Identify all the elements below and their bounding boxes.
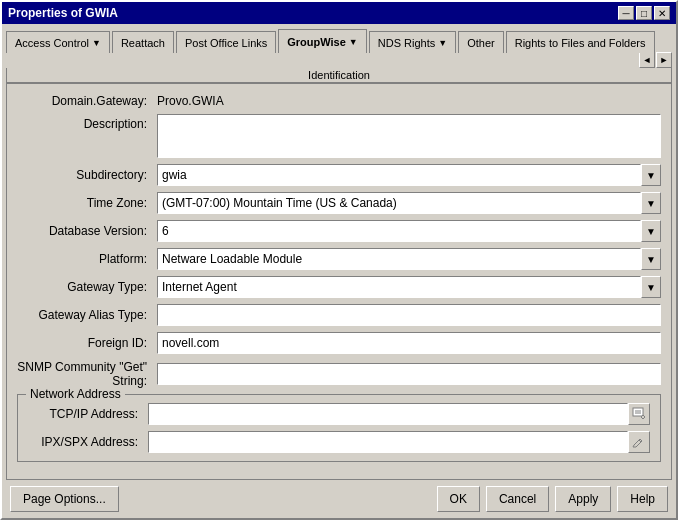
- snmp-row: SNMP Community "Get" String:: [17, 360, 661, 388]
- svg-rect-0: [633, 408, 643, 416]
- title-bar: Properties of GWIA ─ □ ✕: [2, 2, 676, 24]
- tab-nav-buttons: ◄ ►: [639, 52, 672, 68]
- tab-access-control-label: Access Control: [15, 37, 89, 49]
- snmp-input[interactable]: [157, 363, 661, 385]
- tab-post-office-links[interactable]: Post Office Links: [176, 31, 276, 53]
- active-tab-subtitle-text: Identification: [308, 69, 370, 81]
- bottom-bar: Page Options... OK Cancel Apply Help: [2, 480, 676, 518]
- ok-button[interactable]: OK: [437, 486, 480, 512]
- gateway-alias-label: Gateway Alias Type:: [17, 308, 157, 322]
- tab-other-label: Other: [467, 37, 495, 49]
- cancel-button[interactable]: Cancel: [486, 486, 549, 512]
- platform-wrapper: ▼: [157, 248, 661, 270]
- timezone-dropdown-btn[interactable]: ▼: [641, 192, 661, 214]
- minimize-button[interactable]: ─: [618, 6, 634, 20]
- ipx-edit-button[interactable]: [628, 431, 650, 453]
- tab-reattach-label: Reattach: [121, 37, 165, 49]
- close-button[interactable]: ✕: [654, 6, 670, 20]
- foreign-id-input[interactable]: [157, 332, 661, 354]
- help-button[interactable]: Help: [617, 486, 668, 512]
- platform-dropdown-btn[interactable]: ▼: [641, 248, 661, 270]
- tab-nds-rights[interactable]: NDS Rights ▼: [369, 31, 456, 53]
- platform-label: Platform:: [17, 252, 157, 266]
- domain-gateway-value: Provo.GWIA: [157, 94, 661, 108]
- platform-row: Platform: ▼: [17, 248, 661, 270]
- subdirectory-input[interactable]: [157, 164, 641, 186]
- subdirectory-wrapper: ▼: [157, 164, 661, 186]
- db-version-row: Database Version: ▼: [17, 220, 661, 242]
- description-label: Description:: [17, 117, 157, 131]
- tab-rights-files-folders[interactable]: Rights to Files and Folders: [506, 31, 655, 53]
- subdirectory-dropdown-btn[interactable]: ▼: [641, 164, 661, 186]
- tab-groupwise-arrow: ▼: [349, 37, 358, 47]
- main-window: Properties of GWIA ─ □ ✕ Access Control …: [0, 0, 678, 520]
- db-version-wrapper: ▼: [157, 220, 661, 242]
- tab-bar: Access Control ▼ Reattach Post Office Li…: [2, 24, 676, 68]
- domain-gateway-row: Domain.Gateway: Provo.GWIA: [17, 94, 661, 108]
- subdirectory-row: Subdirectory: ▼: [17, 164, 661, 186]
- tab-other[interactable]: Other: [458, 31, 504, 53]
- window-title: Properties of GWIA: [8, 6, 118, 20]
- description-input[interactable]: [157, 114, 661, 158]
- gateway-type-dropdown-btn[interactable]: ▼: [641, 276, 661, 298]
- ipx-row: IPX/SPX Address:: [28, 431, 650, 453]
- db-version-label: Database Version:: [17, 224, 157, 238]
- timezone-row: Time Zone: ▼: [17, 192, 661, 214]
- platform-input[interactable]: [157, 248, 641, 270]
- tcp-edit-icon: [632, 407, 646, 421]
- description-row: Description:: [17, 114, 661, 158]
- ipx-label: IPX/SPX Address:: [28, 435, 148, 449]
- tab-groupwise[interactable]: GroupWise ▼: [278, 29, 367, 53]
- tab-nds-rights-arrow: ▼: [438, 38, 447, 48]
- tcp-edit-button[interactable]: [628, 403, 650, 425]
- db-version-dropdown-btn[interactable]: ▼: [641, 220, 661, 242]
- maximize-button[interactable]: □: [636, 6, 652, 20]
- gateway-alias-row: Gateway Alias Type:: [17, 304, 661, 326]
- subdirectory-label: Subdirectory:: [17, 168, 157, 182]
- content-area: Domain.Gateway: Provo.GWIA Description: …: [6, 83, 672, 480]
- network-address-legend: Network Address: [26, 387, 125, 401]
- page-options-button[interactable]: Page Options...: [10, 486, 119, 512]
- tcp-address-input[interactable]: [148, 403, 628, 425]
- tab-post-office-links-label: Post Office Links: [185, 37, 267, 49]
- snmp-label: SNMP Community "Get" String:: [17, 360, 157, 388]
- tab-access-control-arrow: ▼: [92, 38, 101, 48]
- tab-reattach[interactable]: Reattach: [112, 31, 174, 53]
- gateway-alias-input[interactable]: [157, 304, 661, 326]
- ipx-address-input[interactable]: [148, 431, 628, 453]
- timezone-wrapper: ▼: [157, 192, 661, 214]
- timezone-input[interactable]: [157, 192, 641, 214]
- db-version-input[interactable]: [157, 220, 641, 242]
- gateway-type-label: Gateway Type:: [17, 280, 157, 294]
- tab-next-button[interactable]: ►: [656, 52, 672, 68]
- tab-nds-rights-label: NDS Rights: [378, 37, 435, 49]
- gateway-type-row: Gateway Type: ▼: [17, 276, 661, 298]
- tcp-row: TCP/IP Address:: [28, 403, 650, 425]
- tab-groupwise-label: GroupWise: [287, 36, 346, 48]
- ipx-input-wrapper: [148, 431, 650, 453]
- gateway-type-wrapper: ▼: [157, 276, 661, 298]
- tcp-label: TCP/IP Address:: [28, 407, 148, 421]
- tab-access-control[interactable]: Access Control ▼: [6, 31, 110, 53]
- tcp-input-wrapper: [148, 403, 650, 425]
- title-bar-buttons: ─ □ ✕: [618, 6, 670, 20]
- active-tab-subtitle: Identification: [6, 68, 672, 83]
- foreign-id-row: Foreign ID:: [17, 332, 661, 354]
- tab-prev-button[interactable]: ◄: [639, 52, 655, 68]
- tab-rights-files-folders-label: Rights to Files and Folders: [515, 37, 646, 49]
- apply-button[interactable]: Apply: [555, 486, 611, 512]
- foreign-id-label: Foreign ID:: [17, 336, 157, 350]
- network-address-group: Network Address TCP/IP Address:: [17, 394, 661, 462]
- domain-gateway-label: Domain.Gateway:: [17, 94, 157, 108]
- timezone-label: Time Zone:: [17, 196, 157, 210]
- gateway-type-input[interactable]: [157, 276, 641, 298]
- ipx-edit-icon: [632, 435, 646, 449]
